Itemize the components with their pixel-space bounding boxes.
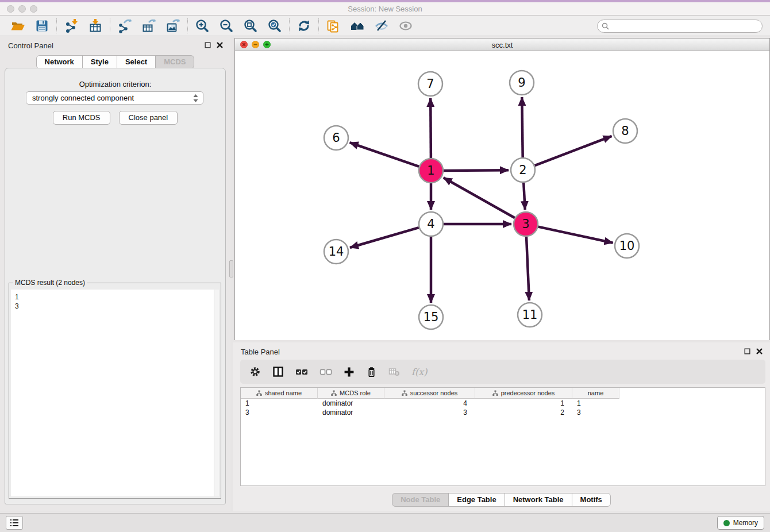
header-filler [619, 388, 765, 399]
first-neighbors-icon[interactable] [350, 18, 365, 33]
cell-shared-name: 3 [241, 408, 318, 417]
tab-mcds[interactable]: MCDS [155, 55, 194, 69]
graph-edge-1-7[interactable] [430, 98, 431, 158]
zoom-fit-icon[interactable] [243, 18, 258, 33]
node-table-header: shared name MCDS role successor nodes pr… [241, 388, 765, 399]
graph-edge-2-3[interactable] [523, 183, 525, 210]
split-columns-icon[interactable] [272, 366, 284, 377]
cell-mcds-role: dominator [318, 399, 384, 408]
titlebar: Session: New Session [0, 0, 770, 16]
graph-node-label: 14 [329, 245, 344, 259]
tab-edge-table[interactable]: Edge Table [448, 493, 505, 507]
export-table-icon[interactable] [141, 18, 156, 33]
search-field[interactable] [597, 20, 763, 33]
cell-name: 3 [572, 408, 619, 417]
tab-network[interactable]: Network [36, 55, 83, 69]
float-panel-icon[interactable] [204, 41, 211, 49]
run-mcds-button[interactable]: Run MCDS [53, 111, 110, 125]
tab-style[interactable]: Style [82, 55, 117, 69]
mcds-result-title: MCDS result (2 nodes) [13, 279, 87, 287]
network-canvas[interactable]: 1234678910111415 [235, 51, 769, 340]
open-session-icon[interactable] [10, 18, 25, 33]
tab-network-table[interactable]: Network Table [505, 493, 572, 507]
table-row[interactable]: 1 dominator 4 1 1 [241, 399, 765, 408]
close-panel-button[interactable]: Close panel [119, 111, 178, 125]
network-view-window: scc.txt 1234678910111415 [234, 38, 770, 340]
table-panel-tabs: Node Table Edge Table Network Table Moti… [233, 493, 770, 507]
float-table-panel-icon[interactable] [744, 348, 751, 355]
gear-icon[interactable] [249, 366, 261, 377]
column-header-predecessor-nodes[interactable]: predecessor nodes [475, 388, 572, 399]
column-label: predecessor nodes [501, 390, 555, 396]
column-type-icon [492, 390, 498, 396]
import-table-icon[interactable] [88, 18, 103, 33]
column-header-mcds-role[interactable]: MCDS role [318, 388, 384, 399]
network-window-titlebar[interactable]: scc.txt [235, 38, 769, 51]
select-stepper-icon [193, 94, 198, 102]
new-network-from-selection-icon[interactable] [326, 18, 341, 33]
column-label: name [588, 390, 604, 396]
show-all-icon[interactable] [398, 18, 413, 33]
search-input[interactable] [612, 22, 762, 30]
column-header-shared-name[interactable]: shared name [241, 388, 318, 399]
select-all-checkboxes-icon[interactable] [295, 367, 308, 376]
control-panel-tabs: Network Style Select MCDS [0, 55, 230, 69]
control-panel: Control Panel Network Style Select MCDS … [0, 36, 230, 511]
column-header-successor-nodes[interactable]: successor nodes [384, 388, 475, 399]
column-header-name[interactable]: name [572, 388, 619, 399]
graph-edge-2-9[interactable] [522, 97, 522, 157]
cell-name: 1 [572, 399, 619, 408]
import-network-icon[interactable] [64, 18, 79, 33]
tab-select[interactable]: Select [117, 55, 156, 69]
graph-edge-1-6[interactable] [350, 142, 419, 167]
list-icon [10, 519, 19, 527]
delete-table-icon[interactable] [388, 367, 400, 376]
graph-edge-3-10[interactable] [538, 227, 613, 243]
graph-edge-1-2[interactable] [444, 170, 509, 171]
export-image-icon[interactable] [165, 18, 180, 33]
network-graph: 1234678910111415 [235, 51, 769, 340]
mcds-result-box[interactable]: 1 3 [11, 290, 219, 496]
zoom-out-icon[interactable] [219, 18, 234, 33]
hide-selected-icon[interactable] [374, 18, 389, 33]
toolbar-separator [56, 18, 57, 33]
memory-button[interactable]: Memory [717, 516, 764, 530]
criterion-value: strongly connected component [32, 94, 134, 102]
graph-edge-4-14[interactable] [350, 228, 419, 248]
zoom-in-icon[interactable] [195, 18, 210, 33]
delete-column-icon[interactable] [366, 367, 377, 377]
zoom-selected-icon[interactable] [267, 18, 282, 33]
criterion-select[interactable]: strongly connected component [26, 91, 203, 105]
status-bar: Memory [0, 513, 770, 532]
optimization-criterion-label: Optimization criterion: [5, 80, 225, 88]
graph-edge-3-11[interactable] [526, 237, 529, 300]
titlebar-accent-strip [0, 0, 770, 2]
close-table-panel-icon[interactable] [756, 348, 763, 355]
graph-node-label: 10 [619, 239, 635, 253]
apply-layout-refresh-icon[interactable] [297, 18, 311, 33]
column-type-icon [402, 390, 407, 396]
export-network-icon[interactable] [117, 18, 132, 33]
table-row[interactable]: 3 dominator 3 2 3 [241, 408, 765, 417]
panel-splitter-handle[interactable] [229, 260, 233, 277]
graph-edge-3-1[interactable] [444, 178, 515, 218]
save-session-icon[interactable] [34, 18, 49, 33]
graph-node-label: 2 [519, 163, 526, 177]
deselect-all-checkboxes-icon[interactable] [319, 367, 332, 376]
toolbar-separator [289, 18, 290, 33]
add-column-icon[interactable] [344, 367, 355, 377]
node-table: shared name MCDS role successor nodes pr… [240, 387, 765, 486]
graph-edges [350, 97, 613, 303]
close-panel-icon[interactable] [216, 41, 224, 49]
tab-motifs[interactable]: Motifs [572, 493, 611, 507]
network-window-title: scc.txt [235, 41, 769, 49]
column-type-icon [256, 390, 262, 396]
column-type-icon [331, 390, 337, 396]
task-history-button[interactable] [6, 516, 23, 530]
tab-node-table[interactable]: Node Table [392, 493, 449, 507]
result-scrollbar[interactable] [214, 290, 219, 496]
graph-node-label: 6 [332, 131, 340, 145]
graph-edge-2-8[interactable] [535, 136, 612, 165]
function-builder-icon[interactable]: f(x) [411, 367, 427, 377]
mcds-result-line: 3 [15, 302, 219, 311]
